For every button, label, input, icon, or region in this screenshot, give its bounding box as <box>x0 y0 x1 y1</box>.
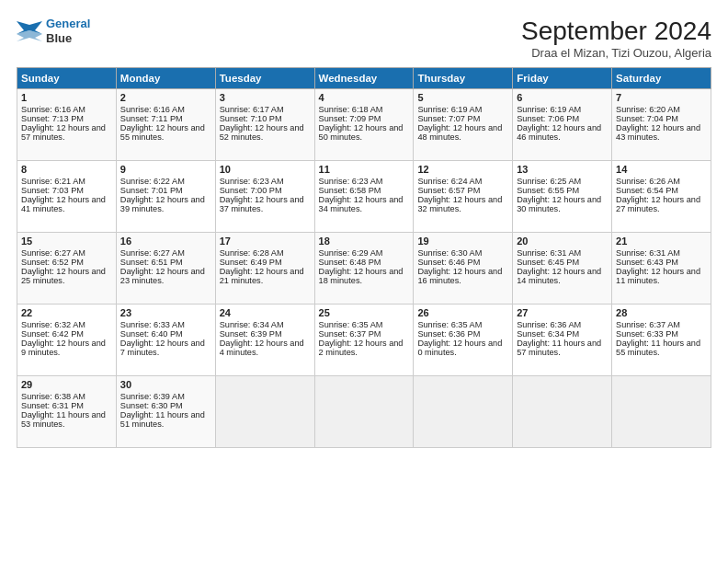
sunrise-text: Sunrise: 6:27 AM <box>21 248 85 258</box>
sunset-text: Sunset: 6:58 PM <box>319 186 381 195</box>
calendar-cell: 8Sunrise: 6:21 AMSunset: 7:03 PMDaylight… <box>17 161 117 233</box>
day-number: 26 <box>417 307 508 318</box>
sunrise-text: Sunrise: 6:22 AM <box>120 177 185 186</box>
daylight-text: Daylight: 12 hours and 25 minutes. <box>21 267 106 285</box>
calendar-cell: 4Sunrise: 6:18 AMSunset: 7:09 PMDaylight… <box>314 89 414 161</box>
daylight-text: Daylight: 12 hours and 57 minutes. <box>21 123 106 142</box>
sunset-text: Sunset: 7:04 PM <box>616 114 678 123</box>
sunset-text: Sunset: 6:55 PM <box>517 186 579 195</box>
calendar-cell: 16Sunrise: 6:27 AMSunset: 6:51 PMDayligh… <box>116 233 215 304</box>
sunrise-text: Sunrise: 6:38 AM <box>21 392 85 401</box>
sunset-text: Sunset: 6:45 PM <box>517 258 579 267</box>
day-number: 28 <box>616 307 707 318</box>
sunset-text: Sunset: 7:11 PM <box>120 114 183 123</box>
daylight-text: Daylight: 12 hours and 0 minutes. <box>417 339 502 357</box>
header-saturday: Saturday <box>612 68 711 89</box>
header-monday: Monday <box>116 68 215 89</box>
sunrise-text: Sunrise: 6:24 AM <box>417 177 482 186</box>
svg-marker-1 <box>17 30 42 41</box>
logo: General Blue <box>17 17 90 45</box>
daylight-text: Daylight: 12 hours and 55 minutes. <box>120 123 205 142</box>
week-row-5: 29Sunrise: 6:38 AMSunset: 6:31 PMDayligh… <box>17 376 711 448</box>
sunrise-text: Sunrise: 6:37 AM <box>616 320 680 329</box>
day-number: 10 <box>220 164 311 175</box>
calendar-cell: 18Sunrise: 6:29 AMSunset: 6:48 PMDayligh… <box>314 233 414 304</box>
daylight-text: Daylight: 12 hours and 27 minutes. <box>616 195 700 213</box>
calendar-cell: 14Sunrise: 6:26 AMSunset: 6:54 PMDayligh… <box>612 161 711 233</box>
header: General Blue September 2024 Draa el Miza… <box>17 17 711 60</box>
daylight-text: Daylight: 12 hours and 39 minutes. <box>120 195 205 213</box>
sunrise-text: Sunrise: 6:21 AM <box>21 177 85 186</box>
sunset-text: Sunset: 6:40 PM <box>120 329 183 339</box>
sunrise-text: Sunrise: 6:27 AM <box>120 248 185 258</box>
day-number: 21 <box>616 236 707 247</box>
sunset-text: Sunset: 6:42 PM <box>21 329 84 339</box>
title-block: September 2024 Draa el Mizan, Tizi Ouzou… <box>521 17 711 60</box>
sunrise-text: Sunrise: 6:39 AM <box>120 392 185 401</box>
calendar-cell: 24Sunrise: 6:34 AMSunset: 6:39 PMDayligh… <box>215 304 314 376</box>
day-number: 23 <box>120 307 211 318</box>
sunrise-text: Sunrise: 6:23 AM <box>319 177 383 186</box>
sunrise-text: Sunrise: 6:36 AM <box>517 320 581 329</box>
day-number: 16 <box>120 236 211 247</box>
sunrise-text: Sunrise: 6:35 AM <box>417 320 482 329</box>
day-number: 11 <box>319 164 410 175</box>
calendar-table: SundayMondayTuesdayWednesdayThursdayFrid… <box>17 67 711 448</box>
day-number: 18 <box>319 236 410 247</box>
daylight-text: Daylight: 11 hours and 55 minutes. <box>616 339 700 357</box>
calendar-cell <box>612 376 711 448</box>
calendar-cell: 3Sunrise: 6:17 AMSunset: 7:10 PMDaylight… <box>215 89 314 161</box>
daylight-text: Daylight: 12 hours and 23 minutes. <box>120 267 205 285</box>
sunset-text: Sunset: 6:57 PM <box>417 186 480 195</box>
day-number: 15 <box>21 236 112 247</box>
day-number: 22 <box>21 307 112 318</box>
calendar-cell: 11Sunrise: 6:23 AMSunset: 6:58 PMDayligh… <box>314 161 414 233</box>
day-number: 5 <box>417 92 508 103</box>
daylight-text: Daylight: 12 hours and 32 minutes. <box>417 195 502 213</box>
daylight-text: Daylight: 12 hours and 52 minutes. <box>220 123 304 142</box>
calendar-cell: 19Sunrise: 6:30 AMSunset: 6:46 PMDayligh… <box>414 233 513 304</box>
day-number: 30 <box>120 379 211 390</box>
month-title: September 2024 <box>521 17 711 46</box>
page: General Blue September 2024 Draa el Miza… <box>0 0 728 563</box>
header-sunday: Sunday <box>17 68 117 89</box>
daylight-text: Daylight: 11 hours and 57 minutes. <box>517 339 601 357</box>
header-thursday: Thursday <box>414 68 513 89</box>
daylight-text: Daylight: 12 hours and 16 minutes. <box>417 267 502 285</box>
calendar-cell: 17Sunrise: 6:28 AMSunset: 6:49 PMDayligh… <box>215 233 314 304</box>
calendar-cell: 2Sunrise: 6:16 AMSunset: 7:11 PMDaylight… <box>116 89 215 161</box>
sunrise-text: Sunrise: 6:29 AM <box>319 248 383 258</box>
daylight-text: Daylight: 11 hours and 53 minutes. <box>21 410 106 429</box>
calendar-body: 1Sunrise: 6:16 AMSunset: 7:13 PMDaylight… <box>17 89 711 448</box>
daylight-text: Daylight: 12 hours and 2 minutes. <box>319 339 404 357</box>
sunset-text: Sunset: 7:03 PM <box>21 186 84 195</box>
daylight-text: Daylight: 12 hours and 43 minutes. <box>616 123 700 142</box>
calendar-cell: 7Sunrise: 6:20 AMSunset: 7:04 PMDaylight… <box>612 89 711 161</box>
calendar-cell: 10Sunrise: 6:23 AMSunset: 7:00 PMDayligh… <box>215 161 314 233</box>
week-row-2: 8Sunrise: 6:21 AMSunset: 7:03 PMDaylight… <box>17 161 711 233</box>
sunrise-text: Sunrise: 6:35 AM <box>319 320 383 329</box>
sunrise-text: Sunrise: 6:16 AM <box>21 105 85 114</box>
logo-icon <box>17 21 42 41</box>
daylight-text: Daylight: 12 hours and 11 minutes. <box>616 267 700 285</box>
sunset-text: Sunset: 6:37 PM <box>319 329 381 339</box>
daylight-text: Daylight: 12 hours and 48 minutes. <box>417 123 502 142</box>
sunset-text: Sunset: 6:34 PM <box>517 329 579 339</box>
day-number: 9 <box>120 164 211 175</box>
sunset-text: Sunset: 7:06 PM <box>517 114 579 123</box>
sunset-text: Sunset: 6:54 PM <box>616 186 678 195</box>
calendar-cell: 9Sunrise: 6:22 AMSunset: 7:01 PMDaylight… <box>116 161 215 233</box>
sunrise-text: Sunrise: 6:32 AM <box>21 320 85 329</box>
day-number: 2 <box>120 92 211 103</box>
day-number: 19 <box>417 236 508 247</box>
sunrise-text: Sunrise: 6:26 AM <box>616 177 680 186</box>
location: Draa el Mizan, Tizi Ouzou, Algeria <box>521 46 711 60</box>
sunset-text: Sunset: 7:00 PM <box>220 186 282 195</box>
sunrise-text: Sunrise: 6:18 AM <box>319 105 383 114</box>
sunset-text: Sunset: 6:43 PM <box>616 258 678 267</box>
day-number: 29 <box>21 379 112 390</box>
calendar-cell <box>215 376 314 448</box>
calendar-cell: 25Sunrise: 6:35 AMSunset: 6:37 PMDayligh… <box>314 304 414 376</box>
sunset-text: Sunset: 7:13 PM <box>21 114 84 123</box>
sunset-text: Sunset: 6:31 PM <box>21 401 84 410</box>
